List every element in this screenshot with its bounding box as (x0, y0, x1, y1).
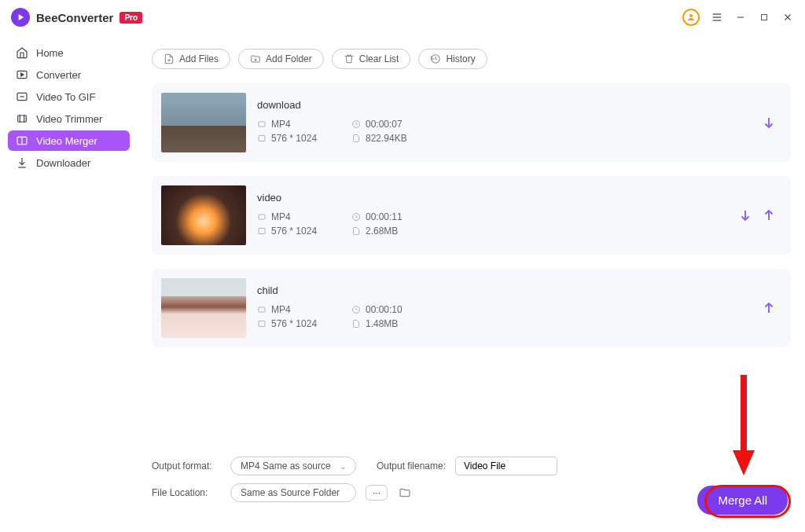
video-thumbnail (161, 278, 246, 338)
file-meta: child MP4 00:00:10 576 * 1024 1.48MB (257, 284, 750, 332)
file-meta: download MP4 00:00:07 576 * 1024 822.94K… (257, 99, 750, 147)
downloader-icon (16, 156, 28, 169)
add-files-label: Add Files (179, 53, 219, 64)
file-card[interactable]: video MP4 00:00:11 576 * 1024 2.68MB (152, 176, 791, 255)
clear-list-label: Clear List (359, 53, 399, 64)
app-name: BeeConverter (36, 11, 113, 24)
history-icon (430, 53, 441, 64)
close-icon[interactable] (781, 11, 794, 24)
format-icon (257, 119, 266, 129)
clock-icon (351, 119, 361, 129)
file-format: MP4 (271, 304, 291, 315)
titlebar: BeeConverter Pro (0, 0, 805, 35)
clear-list-button[interactable]: Clear List (332, 49, 411, 69)
file-duration: 00:00:10 (366, 304, 402, 315)
file-list: download MP4 00:00:07 576 * 1024 822.94K… (152, 83, 791, 449)
format-icon (257, 305, 266, 314)
sidebar-item-downloader[interactable]: Downloader (8, 152, 130, 173)
sidebar-item-video-trimmer[interactable]: Video Trimmer (8, 108, 130, 129)
sidebar-item-label: Video To GIF (36, 91, 95, 103)
file-size: 822.94KB (366, 133, 407, 144)
chevron-down-icon: ⌄ (340, 462, 346, 471)
file-resolution: 576 * 1024 (271, 133, 317, 144)
maximize-icon[interactable] (758, 11, 770, 24)
sidebar-item-video-merger[interactable]: Video Merger (8, 130, 130, 151)
file-title: child (257, 284, 750, 296)
file-resolution: 576 * 1024 (271, 226, 317, 237)
sidebar-item-label: Video Trimmer (36, 113, 102, 125)
add-folder-label: Add Folder (266, 53, 312, 64)
file-format: MP4 (271, 119, 291, 130)
add-folder-icon (250, 53, 261, 64)
file-card[interactable]: child MP4 00:00:10 576 * 1024 1.48MB (152, 269, 791, 347)
history-button[interactable]: History (418, 49, 487, 69)
file-location-select[interactable]: Same as Source Folder (230, 483, 356, 502)
sidebar-item-video-to-gif[interactable]: Video To GIF (8, 86, 130, 107)
hamburger-menu-icon[interactable] (711, 11, 723, 24)
sidebar-item-converter[interactable]: Converter (8, 64, 130, 85)
move-up-button[interactable] (761, 207, 777, 223)
sidebar-item-home[interactable]: Home (8, 42, 130, 63)
svg-point-0 (689, 14, 693, 17)
svg-rect-10 (18, 116, 27, 122)
file-meta: video MP4 00:00:11 576 * 1024 2.68MB (257, 192, 726, 240)
svg-rect-27 (259, 321, 265, 326)
output-format-select[interactable]: MP4 Same as source ⌄ (230, 457, 356, 475)
svg-rect-25 (259, 307, 265, 312)
resolution-icon (257, 319, 266, 328)
file-card[interactable]: download MP4 00:00:07 576 * 1024 822.94K… (152, 83, 791, 162)
file-location-label: File Location: (152, 487, 221, 498)
output-filename-label: Output filename: (377, 460, 446, 471)
merger-icon (16, 134, 28, 147)
filesize-icon (351, 134, 361, 143)
pro-badge: Pro (119, 12, 142, 24)
file-size: 2.68MB (366, 226, 398, 237)
resolution-icon (257, 226, 266, 236)
add-files-button[interactable]: Add Files (152, 49, 230, 69)
gif-icon (16, 90, 28, 103)
add-files-icon (164, 53, 175, 64)
clock-icon (351, 212, 361, 222)
file-title: download (257, 99, 750, 111)
user-avatar-icon[interactable] (682, 9, 700, 26)
main-panel: Add Files Add Folder Clear List History … (138, 35, 805, 532)
file-title: video (257, 192, 726, 204)
titlebar-right (682, 9, 794, 26)
sidebar-item-label: Home (36, 47, 64, 59)
clock-icon (351, 305, 361, 314)
sidebar-item-label: Converter (36, 69, 81, 81)
trash-icon (344, 53, 355, 64)
output-format-value: MP4 Same as source (241, 460, 331, 471)
toolbar: Add Files Add Folder Clear List History (152, 49, 791, 69)
svg-rect-19 (259, 122, 265, 127)
browse-button[interactable]: ··· (366, 485, 388, 501)
resolution-icon (257, 134, 266, 143)
titlebar-left: BeeConverter Pro (11, 8, 142, 27)
move-down-button[interactable] (737, 207, 753, 223)
file-resolution: 576 * 1024 (271, 318, 317, 329)
file-format: MP4 (271, 211, 291, 222)
merge-all-button[interactable]: Merge All (697, 486, 788, 515)
format-icon (257, 212, 266, 222)
add-folder-button[interactable]: Add Folder (238, 49, 324, 69)
svg-rect-21 (259, 135, 265, 141)
move-up-button[interactable] (761, 300, 777, 316)
converter-icon (16, 68, 28, 81)
sidebar-item-label: Video Merger (36, 135, 97, 147)
sidebar: Home Converter Video To GIF Video Trimme… (0, 35, 138, 532)
minimize-icon[interactable] (734, 11, 747, 24)
output-format-label: Output format: (152, 460, 221, 471)
output-filename-input[interactable] (455, 457, 557, 475)
filesize-icon (351, 319, 361, 328)
svg-rect-22 (259, 215, 265, 219)
move-down-button[interactable] (761, 115, 777, 130)
open-folder-button[interactable] (397, 485, 413, 501)
svg-rect-24 (259, 228, 265, 233)
home-icon (16, 46, 28, 59)
video-thumbnail (161, 93, 246, 152)
sidebar-item-label: Downloader (36, 157, 90, 169)
history-label: History (446, 53, 475, 64)
app-logo (11, 8, 30, 27)
file-size: 1.48MB (366, 318, 398, 329)
video-thumbnail (161, 185, 246, 245)
